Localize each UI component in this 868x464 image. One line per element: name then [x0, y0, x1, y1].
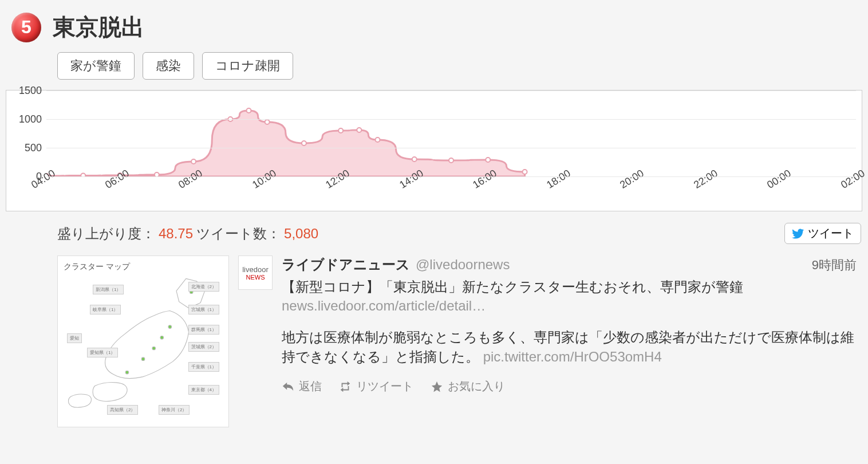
- rank-badge: 5: [11, 13, 41, 42]
- retweet-icon: [339, 380, 352, 393]
- tweet-author-name[interactable]: ライブドアニュース: [282, 255, 410, 274]
- tweet-url[interactable]: news.livedoor.com/article/detail…: [282, 298, 857, 314]
- svg-point-2: [141, 357, 145, 361]
- tweet-author-handle[interactable]: @livedoornews: [416, 257, 510, 273]
- trend-chart: 050010001500 04:0006:0008:0010:0012:0014…: [6, 90, 862, 211]
- tweets-value: 5,080: [284, 226, 318, 242]
- tweet-text: 地方は医療体制が脆弱なところも多く、専門家は「少数の感染者が出ただけで医療体制は…: [282, 328, 857, 368]
- trend-title[interactable]: 東京脱出: [53, 11, 144, 43]
- avatar-text-1: livedoor: [242, 265, 269, 274]
- tweets-label: ツイート数：: [196, 225, 281, 243]
- chart-data-point: [412, 157, 417, 162]
- reply-action[interactable]: 返信: [282, 379, 322, 394]
- tag-item[interactable]: 家が警鐘: [57, 52, 135, 80]
- thumbnail-title: クラスター マップ: [64, 262, 130, 272]
- chart-data-point: [302, 141, 306, 146]
- y-tick-label: 1500: [19, 85, 42, 97]
- chart-data-point: [265, 120, 270, 124]
- reply-icon: [282, 380, 294, 393]
- chart-data-point: [449, 158, 453, 163]
- chart-data-point: [486, 158, 490, 162]
- tweet-avatar[interactable]: livedoor NEWS: [238, 255, 273, 290]
- twitter-bird-icon: [792, 227, 804, 240]
- tweet-card: クラスター マップ 新潟県（1） 岐阜県（1） 愛知 愛知県: [6, 255, 862, 427]
- tweet-button-label: ツイート: [808, 226, 854, 241]
- svg-point-4: [125, 371, 129, 374]
- buzz-label: 盛り上がり度：: [57, 225, 155, 243]
- chart-data-point: [338, 128, 343, 133]
- tweet-button[interactable]: ツイート: [784, 223, 861, 244]
- svg-point-3: [168, 325, 172, 329]
- tweet-thumbnail[interactable]: クラスター マップ 新潟県（1） 岐阜県（1） 愛知 愛知県: [57, 255, 229, 427]
- svg-point-1: [152, 347, 156, 350]
- tag-item[interactable]: コロナ疎開: [202, 52, 293, 80]
- chart-data-point: [155, 172, 159, 176]
- chart-data-point: [191, 159, 196, 164]
- metrics-row: 盛り上がり度： 48.75 ツイート数： 5,080 ツイート: [6, 215, 862, 255]
- svg-point-0: [160, 336, 164, 339]
- chart-area-series: [46, 111, 525, 176]
- retweet-action[interactable]: リツイート: [339, 379, 413, 394]
- avatar-text-2: NEWS: [246, 274, 265, 281]
- chart-data-point: [247, 108, 251, 113]
- y-tick-label: 1000: [19, 113, 42, 125]
- star-icon: [431, 380, 443, 393]
- chart-data-point: [357, 128, 361, 132]
- chart-data-point: [523, 170, 527, 174]
- favorite-action[interactable]: お気に入り: [431, 379, 505, 394]
- tag-list: 家が警鐘 感染 コロナ疎開: [6, 52, 862, 90]
- tweet-timestamp: 9時間前: [812, 257, 857, 274]
- tweet-headline: 【新型コロナ】「東京脱出」新たなクラスター生むおそれ、専門家が警鐘: [282, 277, 857, 297]
- buzz-value: 48.75: [159, 226, 193, 242]
- y-tick-label: 500: [25, 142, 42, 154]
- tweet-media-link[interactable]: pic.twitter.com/HrOO53omH4: [483, 349, 662, 364]
- chart-data-point: [375, 137, 380, 142]
- tag-item[interactable]: 感染: [143, 52, 194, 80]
